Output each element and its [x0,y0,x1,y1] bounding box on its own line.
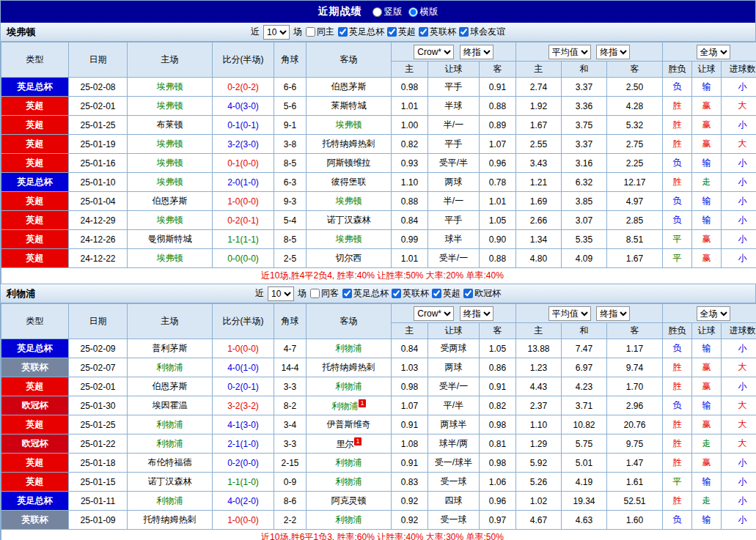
team-link[interactable]: 伊普斯维奇 [327,419,371,429]
match-score[interactable]: 0-2(0-1) [213,211,274,230]
match-score[interactable]: 4-0(1-0) [213,358,274,377]
league-checkbox[interactable] [459,27,469,37]
away-team[interactable]: 埃弗顿 [307,192,392,211]
league-checkbox[interactable] [419,27,428,37]
league-checkbox[interactable] [432,289,441,298]
home-team[interactable]: 利物浦 [128,358,213,377]
away-team[interactable]: 莱斯特城 [307,97,392,116]
recent-count-select[interactable]: 10 [263,25,290,40]
away-team[interactable]: 伊普斯维奇 [307,415,392,434]
league-checkbox[interactable] [342,289,352,298]
home-team[interactable]: 布莱顿 [128,116,213,135]
away-team[interactable]: 阿斯顿维拉 [307,154,392,173]
team-link[interactable]: 布莱顿 [157,119,183,130]
league-checkbox[interactable] [338,27,348,37]
match-score[interactable]: 4-0(2-0) [213,492,274,511]
match-score[interactable]: 4-0(3-0) [213,97,274,116]
team-link[interactable]: 埃弗顿 [157,138,183,149]
layout-option-vertical[interactable]: 竖版 [373,6,403,18]
team-link[interactable]: 诺丁汉森林 [148,476,192,487]
home-team[interactable]: 埃弗顿 [128,173,213,192]
fulltime-select[interactable]: 全场 [697,306,730,321]
home-team[interactable]: 曼彻斯特城 [128,230,213,249]
league-filter[interactable]: 英超 [432,287,460,300]
home-team[interactable]: 托特纳姆热刺 [128,511,213,530]
match-score[interactable]: 1-0(0-0) [213,192,274,211]
home-team[interactable]: 布伦特福德 [128,454,213,473]
home-team[interactable]: 埃弗顿 [128,211,213,230]
home-team[interactable]: 伯恩茅斯 [128,377,213,396]
away-team[interactable]: 利物浦 [307,454,392,473]
league-filter[interactable]: 欧冠杯 [463,287,501,300]
match-score[interactable]: 4-1(3-0) [213,415,274,434]
team-link[interactable]: 利物浦 [336,476,362,487]
league-filter[interactable]: 球会友谊 [459,26,505,38]
home-team[interactable]: 伯恩茅斯 [128,192,213,211]
match-score[interactable]: 2-1(1-0) [213,434,274,454]
team-link[interactable]: 埃弗顿 [157,177,183,187]
away-team[interactable]: 托特纳姆热刺 [307,358,392,377]
final-odds-select[interactable]: 终指 [460,306,493,321]
final-odds-select[interactable]: 终指 [460,45,493,59]
home-team[interactable]: 埃因霍温 [128,396,213,415]
same-venue-filter[interactable]: 同主 [306,26,334,38]
away-team[interactable]: 诺丁汉森林 [307,211,392,230]
team-link[interactable]: 利物浦 [336,381,362,391]
match-score[interactable]: 2-0(1-0) [213,173,274,192]
match-score[interactable]: 0-0(0-0) [213,249,274,268]
away-team[interactable]: 利物浦 [307,377,392,396]
average-select[interactable]: 平均值 [548,45,591,59]
fulltime-select[interactable]: 全场 [697,45,730,59]
final-odds-select[interactable]: 终指 [596,306,630,321]
away-team[interactable]: 伯恩茅斯 [307,78,392,97]
league-filter[interactable]: 英联杯 [392,287,429,300]
away-team[interactable]: 利物浦 [307,473,392,492]
match-score[interactable]: 0-1(0-1) [213,116,274,135]
team-link[interactable]: 利物浦 [331,401,358,411]
league-checkbox[interactable] [387,27,397,37]
away-team[interactable]: 阿克灵顿 [307,492,392,511]
league-filter[interactable]: 英超 [387,26,416,38]
home-team[interactable]: 埃弗顿 [128,97,213,116]
home-team[interactable]: 利物浦 [128,415,213,434]
recent-count-select[interactable]: 10 [268,286,294,301]
team-link[interactable]: 伯恩茅斯 [153,196,188,206]
team-link[interactable]: 利物浦 [157,362,183,372]
away-team[interactable]: 利物浦1 [307,396,392,415]
match-score[interactable]: 0-1(0-0) [213,154,274,173]
league-filter[interactable]: 英足总杯 [342,287,389,300]
team-link[interactable]: 利物浦 [157,419,183,429]
home-team[interactable]: 埃弗顿 [128,154,213,173]
layout-radio-vertical[interactable] [373,7,382,17]
final-odds-select[interactable]: 终指 [596,45,630,59]
team-link[interactable]: 埃弗顿 [336,234,362,244]
home-team[interactable]: 埃弗顿 [128,135,213,154]
team-link[interactable]: 普利茅斯 [153,343,188,353]
team-link[interactable]: 埃弗顿 [336,196,362,206]
home-team[interactable]: 诺丁汉森林 [128,473,213,492]
same-venue-checkbox[interactable] [310,289,320,298]
same-venue-filter[interactable]: 同客 [310,287,339,300]
away-team[interactable]: 里尔1 [307,434,392,454]
match-score[interactable]: 0-2(0-0) [213,454,274,473]
team-link[interactable]: 埃弗顿 [157,215,183,225]
league-filter[interactable]: 英足总杯 [338,26,384,38]
bookmaker-select[interactable]: Crow* [414,45,454,59]
away-team[interactable]: 埃弗顿 [307,116,392,135]
team-link[interactable]: 利物浦 [157,495,183,506]
home-team[interactable]: 利物浦 [128,434,213,454]
team-link[interactable]: 诺丁汉森林 [327,215,371,225]
team-link[interactable]: 利物浦 [336,457,362,467]
league-checkbox[interactable] [463,289,473,298]
match-score[interactable]: 1-1(1-1) [213,230,274,249]
away-team[interactable]: 切尔西 [307,249,392,268]
home-team[interactable]: 埃弗顿 [128,249,213,268]
league-checkbox[interactable] [392,289,401,298]
layout-radio-horizontal[interactable] [408,7,418,17]
away-team[interactable]: 埃弗顿 [307,230,392,249]
team-link[interactable]: 莱斯特城 [331,100,367,111]
match-score[interactable]: 1-0(0-0) [213,339,274,358]
team-link[interactable]: 阿克灵顿 [331,495,367,506]
away-team[interactable]: 彼得堡联 [307,173,392,192]
match-score[interactable]: 0-2(0-1) [213,377,274,396]
